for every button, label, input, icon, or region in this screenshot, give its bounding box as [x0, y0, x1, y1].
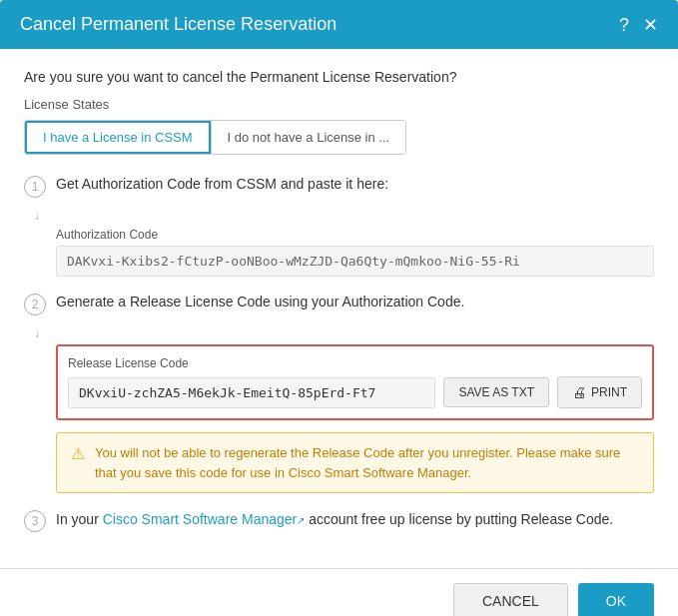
auth-code-label: Authorization Code [56, 228, 654, 242]
tab-no-license[interactable]: I do not have a License in ... [211, 121, 406, 154]
step3-circle: 3 [24, 510, 46, 532]
step1-container: 1 Get Authorization Code from CSSM and p… [24, 175, 654, 277]
step1-text: Get Authorization Code from CSSM and pas… [56, 175, 388, 195]
print-label: PRINT [591, 385, 627, 399]
printer-icon: 🖨 [572, 384, 586, 400]
step2-arrow: ↓ [34, 323, 654, 345]
step1-header: 1 Get Authorization Code from CSSM and p… [24, 175, 654, 198]
warning-box: ⚠ You will not be able to regenerate the… [56, 432, 654, 493]
release-code-label: Release License Code [68, 356, 642, 370]
warning-icon: ⚠ [71, 444, 85, 482]
release-code-box: Release License Code DKvxiU-zchZA5-M6ekJ… [56, 344, 654, 420]
step2-content: Release License Code DKvxiU-zchZA5-M6ekJ… [56, 344, 654, 493]
warning-text: You will not be able to regenerate the R… [95, 443, 639, 482]
release-code-row: DKvxiU-zchZA5-M6ekJk-EmeitQ-85pErd-Ft7 S… [68, 376, 642, 408]
tab-has-license[interactable]: I have a License in CSSM [25, 121, 211, 154]
step3-text: In your Cisco Smart Software Manager↗ ac… [56, 509, 613, 530]
step3-text-after: account free up license by putting Relea… [309, 511, 613, 527]
intro-text: Are you sure you want to cancel the Perm… [24, 69, 654, 85]
close-icon[interactable]: ✕ [643, 16, 658, 34]
step1-arrow: ↓ [34, 206, 654, 228]
step2-circle: 2 [24, 294, 46, 315]
dialog-footer: CANCEL OK [0, 568, 678, 616]
step3-text-before: In your [56, 511, 99, 527]
print-button[interactable]: 🖨 PRINT [557, 376, 642, 408]
cancel-button[interactable]: CANCEL [453, 583, 568, 616]
step2-text: Generate a Release License Code using yo… [56, 293, 464, 312]
step1-circle: 1 [24, 176, 46, 198]
header-icons: ? ✕ [619, 16, 658, 34]
cssm-link[interactable]: Cisco Smart Software Manager [103, 511, 298, 527]
tab-group: I have a License in CSSM I do not have a… [24, 120, 406, 155]
external-link-icon: ↗ [297, 515, 305, 526]
step3-header: 3 In your Cisco Smart Software Manager↗ … [24, 509, 654, 532]
dialog-body: Are you sure you want to cancel the Perm… [0, 49, 678, 568]
dialog-header: Cancel Permanent License Reservation ? ✕ [0, 0, 678, 49]
license-states-label: License States [24, 97, 654, 112]
ok-button[interactable]: OK [578, 583, 654, 616]
step2-header: 2 Generate a Release License Code using … [24, 293, 654, 315]
auth-code-value: DAKvxi-Kxibs2-fCtuzP-ooNBoo-wMzZJD-Qa6Qt… [56, 246, 654, 277]
save-as-txt-button[interactable]: SAVE AS TXT [443, 377, 549, 407]
cancel-plr-dialog: Cancel Permanent License Reservation ? ✕… [0, 0, 678, 616]
dialog-title: Cancel Permanent License Reservation [20, 14, 337, 35]
help-icon[interactable]: ? [619, 16, 629, 34]
step1-content: Authorization Code DAKvxi-Kxibs2-fCtuzP-… [56, 228, 654, 277]
release-code-value: DKvxiU-zchZA5-M6ekJk-EmeitQ-85pErd-Ft7 [68, 377, 435, 408]
step2-container: 2 Generate a Release License Code using … [24, 293, 654, 494]
step3-container: 3 In your Cisco Smart Software Manager↗ … [24, 509, 654, 532]
